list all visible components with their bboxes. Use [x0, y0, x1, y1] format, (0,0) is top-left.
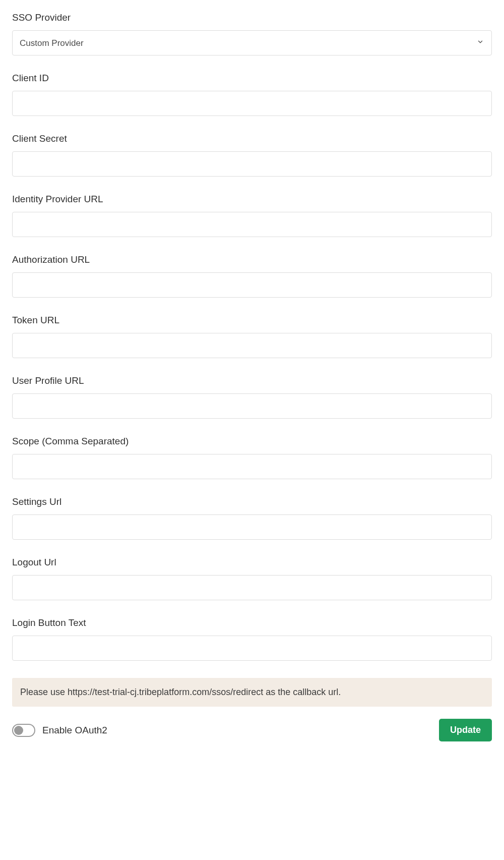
enable-oauth2-label: Enable OAuth2 — [42, 725, 107, 736]
scope-input[interactable] — [12, 454, 492, 479]
scope-label: Scope (Comma Separated) — [12, 436, 492, 447]
update-button[interactable]: Update — [439, 719, 492, 741]
user-profile-url-group: User Profile URL — [12, 375, 492, 419]
settings-url-label: Settings Url — [12, 496, 492, 507]
toggle-knob-icon — [14, 726, 23, 735]
callback-url-note: Please use https://test-trial-cj.tribepl… — [12, 678, 492, 707]
footer-row: Enable OAuth2 Update — [12, 719, 492, 741]
token-url-input[interactable] — [12, 333, 492, 358]
idp-url-input[interactable] — [12, 212, 492, 237]
sso-provider-select[interactable]: Custom Provider — [12, 30, 492, 55]
settings-url-input[interactable] — [12, 514, 492, 540]
auth-url-group: Authorization URL — [12, 254, 492, 298]
user-profile-url-label: User Profile URL — [12, 375, 492, 386]
auth-url-input[interactable] — [12, 272, 492, 298]
enable-oauth2-toggle[interactable] — [12, 724, 35, 737]
token-url-group: Token URL — [12, 315, 492, 358]
client-secret-label: Client Secret — [12, 133, 492, 144]
client-id-input[interactable] — [12, 91, 492, 116]
client-secret-input[interactable] — [12, 151, 492, 177]
client-id-group: Client ID — [12, 73, 492, 116]
sso-provider-group: SSO Provider Custom Provider — [12, 12, 492, 55]
client-id-label: Client ID — [12, 73, 492, 84]
logout-url-label: Logout Url — [12, 557, 492, 568]
enable-oauth2-group: Enable OAuth2 — [12, 724, 107, 737]
idp-url-label: Identity Provider URL — [12, 194, 492, 205]
logout-url-input[interactable] — [12, 575, 492, 600]
sso-provider-select-wrap: Custom Provider — [12, 30, 492, 55]
settings-url-group: Settings Url — [12, 496, 492, 540]
token-url-label: Token URL — [12, 315, 492, 326]
user-profile-url-input[interactable] — [12, 393, 492, 419]
sso-provider-label: SSO Provider — [12, 12, 492, 23]
login-button-text-input[interactable] — [12, 636, 492, 661]
auth-url-label: Authorization URL — [12, 254, 492, 265]
client-secret-group: Client Secret — [12, 133, 492, 177]
login-button-text-group: Login Button Text — [12, 617, 492, 661]
idp-url-group: Identity Provider URL — [12, 194, 492, 237]
logout-url-group: Logout Url — [12, 557, 492, 600]
login-button-text-label: Login Button Text — [12, 617, 492, 628]
scope-group: Scope (Comma Separated) — [12, 436, 492, 479]
